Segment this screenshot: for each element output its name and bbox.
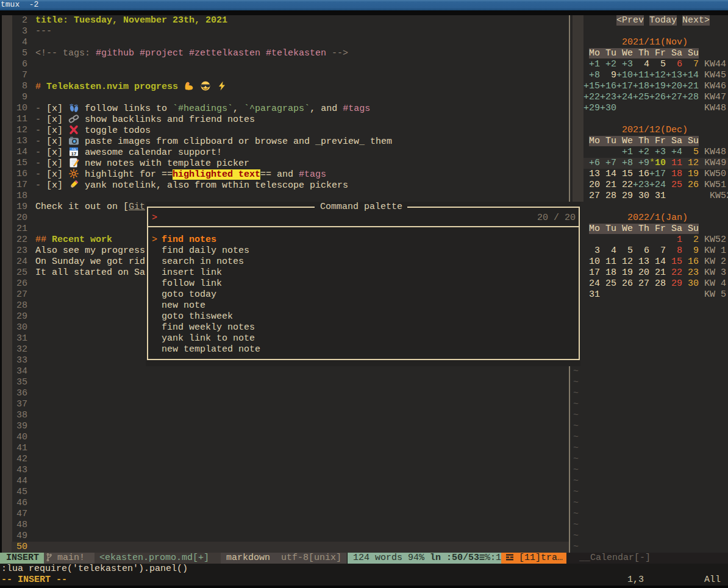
svg-text:July: July <box>71 147 76 151</box>
svg-text:17: 17 <box>71 151 76 157</box>
